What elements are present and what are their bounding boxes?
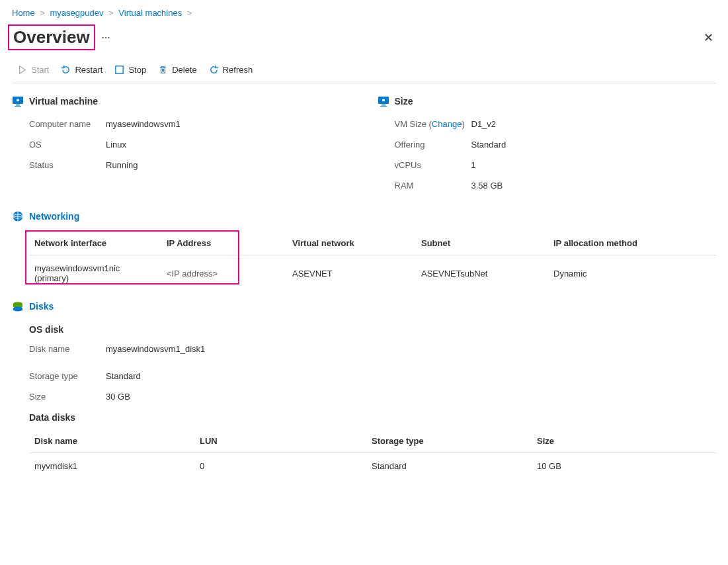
svg-rect-2 [16, 105, 20, 106]
svg-point-8 [382, 99, 385, 102]
svg-rect-3 [15, 106, 21, 107]
svg-rect-0 [116, 66, 123, 73]
storage-value: Standard [106, 371, 141, 381]
ram-value: 3.58 GB [471, 181, 503, 191]
network-icon [12, 210, 24, 222]
networking-table: Network interface IP Address Virtual net… [29, 232, 716, 291]
chevron-right-icon: > [106, 8, 116, 18]
ram-label: RAM [395, 181, 471, 191]
os-label: OS [29, 140, 106, 150]
vcpus-label: vCPUs [395, 160, 471, 170]
data-disks-heading: Data disks [12, 407, 716, 427]
col-storage: Storage type [366, 429, 532, 453]
offering-label: Offering [395, 140, 471, 150]
col-subnet: Subnet [416, 232, 548, 255]
data-disks-table: Disk name LUN Storage type Size myvmdisk… [29, 429, 716, 479]
dd-lun-value: 0 [194, 453, 366, 480]
play-icon [17, 65, 27, 75]
ip-value: <IP address> [161, 255, 287, 292]
size-heading: Size [395, 96, 413, 107]
chevron-right-icon: > [37, 8, 48, 18]
breadcrumb: Home > myasegpudev > Virtual machines > [12, 5, 716, 23]
table-row[interactable]: myvmdisk1 0 Standard 10 GB [29, 453, 716, 480]
delete-button[interactable]: Delete [158, 65, 197, 75]
dd-name-value: myvmdisk1 [29, 453, 194, 480]
svg-point-4 [17, 99, 19, 102]
title-row: Overview ··· ✕ [12, 23, 716, 60]
vnet-value: ASEVNET [287, 255, 416, 292]
close-icon[interactable]: ✕ [701, 28, 716, 48]
disks-heading-link[interactable]: Disks [12, 298, 716, 319]
trash-icon [158, 65, 168, 75]
vmsize-change-link[interactable]: Change [432, 119, 462, 129]
computer-name-value: myasewindowsvm1 [106, 119, 181, 129]
status-value: Running [106, 160, 138, 170]
col-vnet: Virtual network [287, 232, 416, 255]
crumb-home[interactable]: Home [12, 8, 35, 18]
networking-section: Networking Network interface IP Address … [12, 208, 716, 291]
dd-size-value: 10 GB [532, 453, 716, 480]
size-section: Size VM Size (Change) D1_v2 OfferingStan… [378, 93, 717, 196]
size-icon [378, 95, 389, 107]
subnet-value: ASEVNETsubNet [416, 255, 548, 292]
dd-storage-value: Standard [366, 453, 532, 480]
start-button: Start [17, 65, 49, 75]
crumb-section[interactable]: Virtual machines [118, 8, 182, 18]
vmsize-value: D1_v2 [471, 119, 497, 129]
chevron-right-icon: > [184, 8, 195, 18]
diskname-label: Disk name [29, 344, 106, 354]
vm-section: Virtual machine Computer namemyasewindow… [12, 93, 351, 196]
col-nic: Network interface [29, 232, 161, 255]
refresh-icon [209, 65, 219, 75]
stop-icon [114, 65, 124, 75]
vm-icon [12, 95, 24, 107]
more-menu-icon[interactable]: ··· [102, 32, 111, 42]
os-value: Linux [106, 140, 126, 150]
os-disk-heading: OS disk [12, 319, 716, 339]
col-lun: LUN [194, 429, 366, 453]
offering-value: Standard [471, 140, 506, 150]
stop-button[interactable]: Stop [114, 65, 146, 75]
vm-heading: Virtual machine [29, 96, 98, 107]
disks-section: Disks OS disk Disk namemyasewindowsvm1_d… [12, 298, 716, 479]
restart-icon [61, 65, 71, 75]
nic-value: myasewindowsvm1nic (primary) [29, 255, 161, 292]
vcpus-value: 1 [471, 160, 476, 170]
disksize-value: 30 GB [106, 392, 130, 402]
table-row[interactable]: myasewindowsvm1nic (primary) <IP address… [29, 255, 716, 292]
computer-name-label: Computer name [29, 119, 106, 129]
disksize-label: Size [29, 392, 106, 402]
toolbar: Start Restart Stop Delete Refresh [12, 60, 716, 83]
page-title: Overview [8, 24, 95, 50]
vmsize-label: VM Size (Change) [395, 119, 471, 129]
restart-button[interactable]: Restart [61, 65, 102, 75]
col-ip: IP Address [161, 232, 287, 255]
status-label: Status [29, 160, 106, 170]
alloc-value: Dynamic [548, 255, 716, 292]
crumb-resource[interactable]: myasegpudev [50, 8, 104, 18]
diskname-value: myasewindowsvm1_disk1 [106, 344, 205, 354]
col-size: Size [532, 429, 716, 453]
storage-label: Storage type [29, 371, 106, 381]
networking-heading-link[interactable]: Networking [12, 208, 716, 229]
col-alloc: IP allocation method [548, 232, 716, 255]
disks-icon [12, 300, 24, 312]
col-diskname: Disk name [29, 429, 194, 453]
svg-rect-6 [382, 105, 385, 106]
refresh-button[interactable]: Refresh [209, 65, 253, 75]
svg-rect-7 [380, 106, 387, 107]
